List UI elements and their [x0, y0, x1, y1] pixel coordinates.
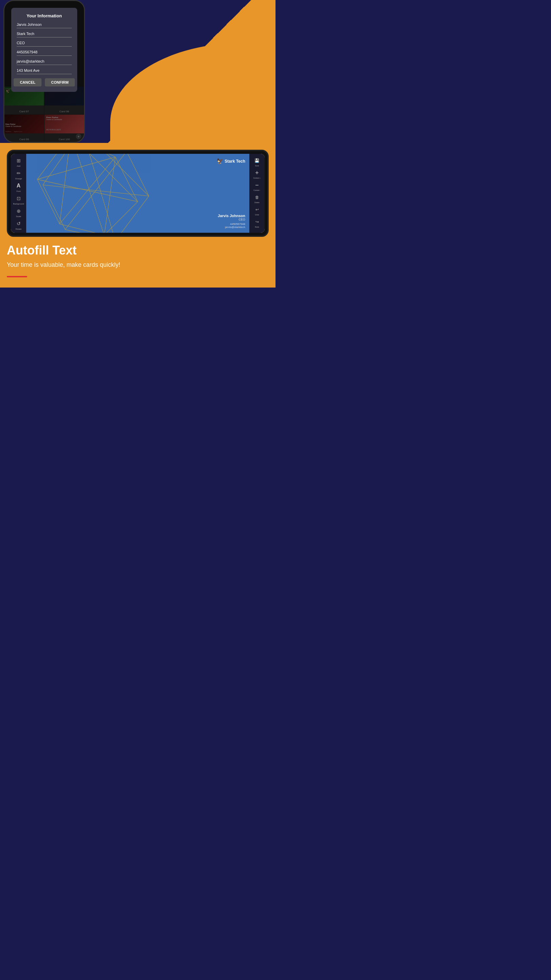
tool-delete[interactable]: 🗑 Delete	[253, 193, 261, 204]
cancel-button[interactable]: CANCEL	[14, 78, 41, 86]
logo-icon: 🦅	[217, 158, 224, 164]
undo-icon: ↩	[253, 205, 261, 214]
tool-context-minus[interactable]: − Context -	[253, 181, 261, 191]
address-field[interactable]: 143 Mont Ave	[17, 68, 72, 74]
tool-context-plus-label: Context +	[253, 177, 261, 179]
dialog-buttons: CANCEL CONFIRM	[17, 78, 72, 86]
company-name: Stark Tech	[225, 159, 245, 164]
email-value: jarvis@starktech	[17, 59, 72, 63]
font-icon: A	[14, 182, 23, 190]
name-value: Jarvis Johnson	[17, 22, 72, 27]
tool-font-label: Font	[16, 190, 21, 192]
tool-save[interactable]: 💾 Save	[253, 156, 261, 167]
title-field[interactable]: CEO	[17, 41, 72, 47]
tool-undo-label: Undo	[255, 214, 259, 216]
company-value: Stark Tech	[17, 32, 72, 36]
tool-background-label: Background	[13, 203, 24, 205]
red-divider	[7, 276, 27, 277]
company-logo-area: 🦅 Stark Tech	[30, 158, 245, 164]
phone-mockup-top: Your Information Jarvis Johnson Stark Te…	[3, 0, 85, 143]
title-value: CEO	[17, 41, 72, 45]
company-field[interactable]: Stark Tech	[17, 32, 72, 37]
person-name: Jarvis Johnson	[30, 214, 245, 218]
save-icon: 💾	[253, 156, 261, 165]
rotate-icon: ↺	[14, 220, 23, 228]
dialog-title: Your Information	[17, 13, 72, 18]
tool-scale-label: Scale	[16, 215, 21, 218]
tool-rotate[interactable]: ↺ Rotate	[14, 220, 23, 230]
context-minus-icon: −	[253, 181, 261, 189]
tool-background[interactable]: ⊡ Background	[13, 194, 24, 205]
tool-rotate-label: Rotate	[16, 228, 22, 230]
name-field[interactable]: Jarvis Johnson	[17, 22, 72, 28]
background-icon: ⊡	[14, 194, 23, 202]
tool-add[interactable]: ⊞ Add	[14, 156, 23, 167]
phone-value: 4450567948	[17, 50, 72, 54]
tool-context-minus-label: Context -	[253, 189, 260, 191]
tool-font[interactable]: A Font	[14, 182, 23, 192]
tool-redo[interactable]: ↪ Redo	[253, 218, 261, 228]
tool-add-label: Add	[17, 165, 21, 167]
tablet-sidebar-left: ⊞ Add ✏ Orange A Font ⊡ Background ⊕ S	[11, 154, 26, 233]
person-title: CEO	[30, 218, 245, 221]
bottom-section: ⊞ Add ✏ Orange A Font ⊡ Background ⊕ S	[0, 143, 275, 237]
person-email: jarvis@starktech	[30, 226, 245, 229]
promo-title: Autofill Text	[7, 243, 269, 257]
confirm-button[interactable]: CONFIRM	[45, 78, 75, 86]
business-card-content: 🦅 Stark Tech Jarvis Johnson CEO 44505679…	[26, 154, 249, 233]
tablet-canvas: 🦅 Stark Tech Jarvis Johnson CEO 44505679…	[26, 154, 249, 233]
tool-redo-label: Redo	[255, 226, 259, 228]
tool-orange-label: Orange	[15, 178, 22, 180]
scale-icon: ⊕	[14, 207, 23, 215]
person-info: Jarvis Johnson CEO 4450567948 jarvis@sta…	[30, 214, 245, 229]
tablet-mockup: ⊞ Add ✏ Orange A Font ⊡ Background ⊕ S	[7, 150, 269, 237]
tablet-screen: ⊞ Add ✏ Orange A Font ⊡ Background ⊕ S	[11, 154, 265, 233]
person-phone: 4450567948	[30, 223, 245, 226]
tool-scale[interactable]: ⊕ Scale	[14, 207, 23, 218]
edit-icon: ✏	[14, 169, 23, 177]
top-section: Your Information Jarvis Johnson Stark Te…	[0, 0, 275, 143]
your-information-dialog: Your Information Jarvis Johnson Stark Te…	[11, 8, 77, 92]
tablet-sidebar-right: 💾 Save + Context + − Context - 🗑 Delete …	[249, 154, 265, 233]
tool-undo[interactable]: ↩ Undo	[253, 205, 261, 216]
context-plus-icon: +	[253, 169, 261, 177]
redo-icon: ↪	[253, 218, 261, 226]
promo-subtitle: Your time is valuable, make cards quickl…	[7, 261, 269, 269]
phone-field[interactable]: 4450567948	[17, 50, 72, 56]
tool-save-label: Save	[255, 165, 259, 167]
add-icon: ⊞	[14, 156, 23, 165]
delete-icon: 🗑	[253, 193, 261, 202]
address-value: 143 Mont Ave	[17, 68, 72, 73]
tool-orange[interactable]: ✏ Orange	[14, 169, 23, 180]
email-field[interactable]: jarvis@starktech	[17, 59, 72, 65]
dialog-overlay: Your Information Jarvis Johnson Stark Te…	[5, 1, 84, 142]
promo-text-section: Autofill Text Your time is valuable, mak…	[0, 237, 275, 288]
tool-context-plus[interactable]: + Context +	[253, 169, 261, 179]
tool-delete-label: Delete	[254, 202, 259, 204]
